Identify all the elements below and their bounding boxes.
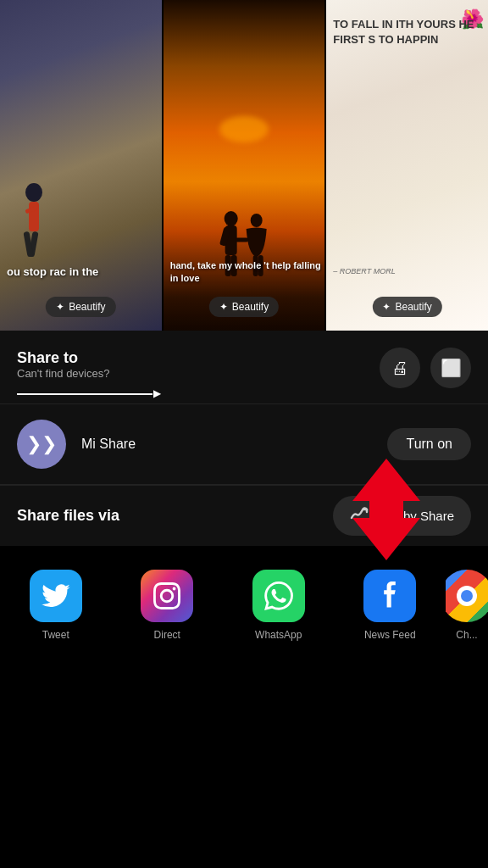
facebook-icon — [363, 570, 416, 622]
tile2-beautify[interactable]: ✦ Beautify — [209, 297, 279, 317]
share-files-label: Share files via — [17, 507, 119, 525]
turn-on-button[interactable]: Turn on — [387, 428, 471, 460]
twitter-label: Tweet — [42, 629, 69, 641]
instagram-label: Direct — [154, 629, 180, 641]
tile1-text: ou stop rac in the — [7, 265, 158, 280]
chrome-icon — [446, 570, 488, 622]
app-item-whatsapp[interactable]: WhatsApp — [223, 570, 335, 641]
svg-marker-14 — [352, 459, 420, 526]
svg-point-5 — [225, 211, 238, 226]
image-tile-2[interactable]: hand, take my whole 't help falling in l… — [164, 0, 327, 331]
svg-marker-15 — [352, 518, 420, 560]
twitter-icon — [30, 570, 82, 622]
app-item-twitter[interactable]: Tweet — [0, 570, 112, 641]
share-header: Share to Can't find devices? 🖨 ⬜ — [17, 348, 471, 388]
screen-button[interactable]: ⬜ — [430, 348, 471, 388]
tile3-beautify[interactable]: ✦ Beautify — [372, 297, 441, 317]
whatsapp-label: WhatsApp — [255, 629, 302, 641]
whatsapp-icon — [252, 570, 305, 622]
app-item-chrome[interactable]: Ch... — [446, 570, 488, 641]
image-tile-1[interactable]: ou stop rac in the ✦ Beautify — [0, 0, 164, 331]
svg-point-10 — [251, 214, 263, 227]
print-button[interactable]: 🖨 — [380, 348, 420, 388]
arrow-bar — [17, 393, 152, 395]
svg-point-0 — [25, 183, 42, 202]
tile3-author: – ROBERT MORL — [333, 267, 395, 275]
share-files-container: Share files via Nearby Share — [0, 484, 488, 546]
arrow-line — [17, 393, 471, 395]
tile2-text: hand, take my whole 't help falling in l… — [170, 259, 322, 284]
share-icon-group: 🖨 ⬜ — [380, 348, 471, 388]
share-to-section: Share to Can't find devices? 🖨 ⬜ — [0, 331, 488, 403]
cant-find-text: Can't find devices? — [17, 367, 109, 380]
image-tile-3[interactable]: 🌺 TO FALL IN ITH YOURS HE FIRST S TO HAP… — [326, 0, 488, 331]
red-arrow-indicator — [336, 459, 437, 560]
share-to-title: Share to — [17, 349, 109, 367]
app-item-facebook[interactable]: News Feed — [335, 570, 446, 641]
chrome-label: Ch... — [456, 629, 477, 641]
app-item-instagram[interactable]: Direct — [112, 570, 224, 641]
app-row: Tweet Direct WhatsApp News Feed — [0, 554, 488, 649]
image-strip: ou stop rac in the ✦ Beautify hand, ta — [0, 0, 488, 331]
facebook-label: News Feed — [364, 629, 416, 641]
mi-share-label: Mi Share — [81, 437, 372, 452]
mi-share-icon: ❯❯ — [17, 420, 66, 469]
tile1-beautify[interactable]: ✦ Beautify — [46, 297, 115, 317]
tile3-quote-text: TO FALL IN ITH YOURS HE FIRST S TO HAPPI… — [333, 17, 481, 47]
instagram-icon — [141, 570, 193, 622]
svg-rect-1 — [29, 202, 39, 231]
